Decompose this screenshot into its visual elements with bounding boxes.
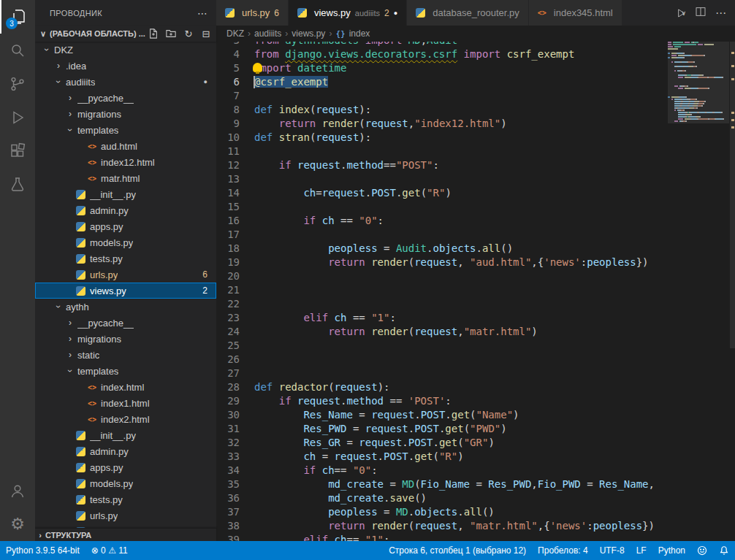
code-line[interactable]: 20 — [216, 269, 668, 283]
breadcrumb-item[interactable]: index — [349, 28, 370, 39]
tree-item-tests.py[interactable]: tests.py — [35, 250, 216, 266]
code-line[interactable]: 15 — [216, 200, 668, 214]
feedback-icon[interactable] — [691, 541, 713, 560]
tab-urls.py[interactable]: urls.py6 — [216, 0, 289, 26]
code-line[interactable]: 29 if request.method == 'POST': — [216, 394, 668, 408]
chevron-right-icon[interactable] — [64, 350, 76, 360]
cursor-position[interactable]: Строка 6, столбец 1 (выбрано 12) — [383, 541, 532, 560]
explorer-more-actions-icon[interactable]: ⋯ — [197, 7, 207, 19]
tree-item-__init__.py[interactable]: __init__.py — [35, 186, 216, 202]
code-line[interactable]: 37 peopless = MD.objects.all() — [216, 505, 668, 519]
tree-item-apps.py[interactable]: apps.py — [35, 459, 216, 475]
chevron-down-icon[interactable] — [41, 45, 53, 55]
tree-item-admin.py[interactable]: admin.py — [35, 443, 216, 459]
code-line[interactable]: 28def redactor(request): — [216, 380, 668, 394]
tree-item-index.html[interactable]: <>index.html — [35, 379, 216, 395]
tab-database_roouter.py[interactable]: database_roouter.py — [407, 0, 529, 26]
tree-item-DKZ[interactable]: DKZ — [35, 42, 216, 58]
code-line[interactable]: 14 ch=request.POST.get("R") — [216, 186, 668, 200]
code-line[interactable]: 16 if ch == "0": — [216, 214, 668, 228]
code-line[interactable]: 25 — [216, 339, 668, 353]
tree-item-__init__.py[interactable]: __init__.py — [35, 427, 216, 443]
code-line[interactable]: 13 — [216, 172, 668, 186]
eol[interactable]: LF — [631, 541, 652, 560]
indentation[interactable]: Пробелов: 4 — [532, 541, 594, 560]
breadcrumb-item[interactable]: DKZ — [226, 28, 244, 39]
code-editor[interactable]: 3from aythh.models import MD,Audit4from … — [216, 42, 735, 541]
code-line[interactable]: 30 Res_Name = request.POST.get("Name") — [216, 408, 668, 422]
tree-item-templates[interactable]: templates — [35, 122, 216, 138]
unsaved-dot-icon[interactable]: ● — [394, 9, 397, 17]
breadcrumb-item[interactable]: views.py — [292, 28, 325, 39]
tree-item-static[interactable]: static — [35, 347, 216, 363]
code-line[interactable]: 36 md_create.save() — [216, 491, 668, 505]
tree-item-migrations[interactable]: migrations — [35, 106, 216, 122]
code-line[interactable]: 31 Res_PWD = request.POST.get("PWD") — [216, 422, 668, 436]
code-line[interactable]: 17 — [216, 228, 668, 242]
code-line[interactable]: 10def stran(request): — [216, 131, 668, 145]
tree-item-urls.py[interactable]: urls.py6 — [35, 266, 216, 283]
code-line[interactable]: 3from aythh.models import MD,Audit — [216, 42, 668, 47]
code-line[interactable]: 34 if ch== "0": — [216, 464, 668, 477]
chevron-down-icon[interactable] — [64, 366, 76, 376]
source-control-icon[interactable] — [0, 67, 35, 101]
tree-item-matr.html[interactable]: <>matr.html — [35, 170, 216, 186]
tree-item-views.py[interactable]: views.py2 — [35, 283, 216, 299]
lightbulb-icon[interactable] — [253, 63, 262, 72]
chevron-right-icon[interactable] — [64, 318, 76, 328]
tree-item-index12.html[interactable]: <>index12.html — [35, 154, 216, 170]
scrollbar[interactable] — [730, 42, 735, 348]
minimap-slider[interactable] — [668, 42, 729, 123]
problems[interactable]: ⊗ 0 ⚠ 11 — [85, 541, 134, 560]
testing-icon[interactable] — [0, 168, 35, 202]
code-line[interactable]: 12 if request.method=="POST": — [216, 158, 668, 172]
notifications-bell-icon[interactable] — [713, 541, 735, 560]
run-dropdown-icon[interactable]: ∨ — [681, 9, 686, 17]
tree-item-apps.py[interactable]: apps.py — [35, 218, 216, 234]
editor-more-actions-icon[interactable]: ⋯ — [715, 7, 726, 20]
tab-index345.html[interactable]: <>index345.html — [529, 0, 622, 26]
tree-item-__pycache__[interactable]: __pycache__ — [35, 90, 216, 106]
code-line[interactable]: 32 Res_GR = request.POST.get("GR") — [216, 436, 668, 450]
code-line[interactable]: 38 return render(request, "matr.html",{'… — [216, 519, 668, 533]
run-python-file-button[interactable]: ∨ — [675, 7, 686, 19]
tree-item-models.py[interactable]: models.py — [35, 475, 216, 491]
code-line[interactable]: 9 return render(request,"index12.html") — [216, 117, 668, 131]
new-folder-icon[interactable] — [165, 28, 177, 39]
code-line[interactable]: 6@csrf_exempt — [216, 75, 668, 89]
chevron-down-icon[interactable] — [53, 77, 64, 87]
tree-item-migrations[interactable]: migrations — [35, 331, 216, 347]
code-line[interactable]: 39 elif ch== "1": — [216, 533, 668, 541]
refresh-icon[interactable]: ↻ — [183, 28, 194, 39]
code-line[interactable]: 22 — [216, 297, 668, 311]
tree-item-templates[interactable]: templates — [35, 363, 216, 379]
chevron-right-icon[interactable] — [64, 109, 76, 119]
tree-item-models.py[interactable]: models.py — [35, 234, 216, 250]
explorer-icon[interactable]: 3 — [0, 0, 35, 34]
tree-item-tests.py[interactable]: tests.py — [35, 491, 216, 507]
run-debug-icon[interactable] — [0, 101, 35, 134]
workspace-section-header[interactable]: ∨ (РАБОЧАЯ ОБЛАСТЬ) ... ↻ ⊟ — [35, 26, 216, 42]
chevron-right-icon[interactable] — [64, 334, 76, 344]
accounts-icon[interactable] — [0, 474, 35, 507]
collapse-all-icon[interactable]: ⊟ — [200, 28, 212, 39]
tree-item-index2.html[interactable]: <>index2.html — [35, 411, 216, 427]
tree-item-admin.py[interactable]: admin.py — [35, 202, 216, 218]
code-line[interactable]: 26 — [216, 353, 668, 367]
chevron-down-icon[interactable] — [64, 125, 76, 135]
tree-item-aud.html[interactable]: <>aud.html — [35, 138, 216, 154]
code-line[interactable]: 33 ch = request.POST.get("R") — [216, 450, 668, 464]
code-line[interactable]: 7 — [216, 89, 668, 103]
chevron-right-icon[interactable] — [64, 93, 76, 103]
code-line[interactable]: 21 — [216, 283, 668, 297]
settings-gear-icon[interactable]: ⚙ — [0, 507, 35, 541]
split-editor-icon[interactable] — [695, 6, 707, 20]
chevron-down-icon[interactable] — [53, 302, 64, 312]
tree-item-urls.py[interactable]: urls.py — [35, 507, 216, 523]
tree-item-.idea[interactable]: .idea — [35, 58, 216, 74]
breadcrumb-item[interactable]: audiiits — [254, 28, 281, 39]
tree-item-__pycache__[interactable]: __pycache__ — [35, 315, 216, 331]
code-line[interactable]: 8def index(request): — [216, 103, 668, 117]
code-line[interactable]: 23 elif ch == "1": — [216, 311, 668, 325]
code-line[interactable]: 27 — [216, 367, 668, 380]
